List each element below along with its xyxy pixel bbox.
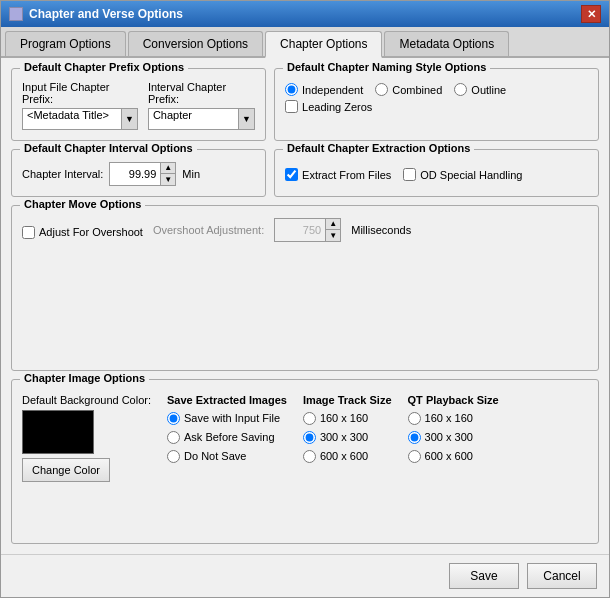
tab-program-options[interactable]: Program Options <box>5 31 126 56</box>
qt-160-input[interactable] <box>408 412 421 425</box>
track-600-input[interactable] <box>303 450 316 463</box>
window-title: Chapter and Verse Options <box>29 7 183 21</box>
track-160-label: 160 x 160 <box>320 412 368 424</box>
qt-600-label: 600 x 600 <box>425 450 473 462</box>
qt-600-input[interactable] <box>408 450 421 463</box>
interval-prefix-combo[interactable]: Chapter ▼ <box>148 108 255 130</box>
overshoot-spin-up[interactable]: ▲ <box>326 219 340 230</box>
adjust-overshoot-checkbox[interactable] <box>22 226 35 239</box>
move-row: Adjust For Overshoot Overshoot Adjustmen… <box>22 218 588 242</box>
input-prefix-col: Input File Chapter Prefix: <Metadata Tit… <box>22 81 138 130</box>
interval-input[interactable]: 99.99 <box>110 163 160 185</box>
extraction-group: Default Chapter Extraction Options Extra… <box>274 149 599 197</box>
track-300-radio[interactable]: 300 x 300 <box>303 431 392 444</box>
leading-zeros-row: Leading Zeros <box>285 100 588 113</box>
qt-300-radio[interactable]: 300 x 300 <box>408 431 499 444</box>
qt-title: QT Playback Size <box>408 394 499 406</box>
leading-zeros-checkbox[interactable] <box>285 100 298 113</box>
qt-300-input[interactable] <box>408 431 421 444</box>
interval-input-container: 99.99 ▲ ▼ <box>109 162 176 186</box>
prefix-group: Default Chapter Prefix Options Input Fil… <box>11 68 266 141</box>
ms-label: Milliseconds <box>351 224 411 236</box>
adjust-overshoot-label[interactable]: Adjust For Overshoot <box>22 226 143 239</box>
qt-300-label: 300 x 300 <box>425 431 473 443</box>
chapter-arrow[interactable]: ▼ <box>238 109 254 129</box>
prefix-row: Input File Chapter Prefix: <Metadata Tit… <box>22 81 255 130</box>
close-button[interactable]: ✕ <box>581 5 601 23</box>
naming-radio-row: Independent Combined Outline <box>285 83 588 96</box>
color-swatch <box>22 410 94 454</box>
move-group-title: Chapter Move Options <box>20 198 145 210</box>
prefix-group-title: Default Chapter Prefix Options <box>20 61 188 73</box>
cancel-button[interactable]: Cancel <box>527 563 597 589</box>
ask-before-saving-input[interactable] <box>167 431 180 444</box>
tab-conversion-options[interactable]: Conversion Options <box>128 31 263 56</box>
save-with-input-input[interactable] <box>167 412 180 425</box>
interval-group-title: Default Chapter Interval Options <box>20 142 197 154</box>
extract-files-text: Extract From Files <box>302 169 391 181</box>
ask-before-saving-radio[interactable]: Ask Before Saving <box>167 431 287 444</box>
interval-spin-up[interactable]: ▲ <box>161 163 175 174</box>
radio-outline-label: Outline <box>471 84 506 96</box>
change-color-button[interactable]: Change Color <box>22 458 110 482</box>
radio-independent-input[interactable] <box>285 83 298 96</box>
radio-combined[interactable]: Combined <box>375 83 442 96</box>
overshoot-spin-down[interactable]: ▼ <box>326 230 340 241</box>
od-handling-checkbox[interactable] <box>403 168 416 181</box>
metadata-title-arrow[interactable]: ▼ <box>121 109 137 129</box>
track-300-label: 300 x 300 <box>320 431 368 443</box>
save-with-input-radio[interactable]: Save with Input File <box>167 412 287 425</box>
do-not-save-radio[interactable]: Do Not Save <box>167 450 287 463</box>
extract-files-checkbox[interactable] <box>285 168 298 181</box>
ask-before-saving-label: Ask Before Saving <box>184 431 275 443</box>
save-with-input-label: Save with Input File <box>184 412 280 424</box>
top-row: Default Chapter Prefix Options Input Fil… <box>11 68 599 141</box>
image-group-title: Chapter Image Options <box>20 372 149 384</box>
app-icon <box>9 7 23 21</box>
qt-160-radio[interactable]: 160 x 160 <box>408 412 499 425</box>
radio-outline[interactable]: Outline <box>454 83 506 96</box>
bg-color-section: Default Background Color: Change Color <box>22 394 151 482</box>
tab-chapter-options[interactable]: Chapter Options <box>265 31 382 58</box>
leading-zeros-label: Leading Zeros <box>302 101 372 113</box>
radio-combined-input[interactable] <box>375 83 388 96</box>
track-300-input[interactable] <box>303 431 316 444</box>
od-handling-text: OD Special Handling <box>420 169 522 181</box>
radio-combined-label: Combined <box>392 84 442 96</box>
extraction-options-row: Extract From Files OD Special Handling <box>285 164 588 181</box>
track-title: Image Track Size <box>303 394 392 406</box>
overshoot-input-container: 750 ▲ ▼ <box>274 218 341 242</box>
track-160-input[interactable] <box>303 412 316 425</box>
interval-spin-down[interactable]: ▼ <box>161 174 175 185</box>
qt-600-radio[interactable]: 600 x 600 <box>408 450 499 463</box>
chapter-value: Chapter <box>149 109 238 129</box>
footer: Save Cancel <box>1 554 609 597</box>
qt-160-label: 160 x 160 <box>425 412 473 424</box>
track-160-radio[interactable]: 160 x 160 <box>303 412 392 425</box>
od-handling-label[interactable]: OD Special Handling <box>403 168 522 181</box>
interval-spin-btns: ▲ ▼ <box>160 163 175 185</box>
radio-independent[interactable]: Independent <box>285 83 363 96</box>
overshoot-spin-btns: ▲ ▼ <box>325 219 340 241</box>
middle-row: Default Chapter Interval Options Chapter… <box>11 149 599 197</box>
input-prefix-label: Input File Chapter Prefix: <box>22 81 138 105</box>
track-600-radio[interactable]: 600 x 600 <box>303 450 392 463</box>
title-bar: Chapter and Verse Options ✕ <box>1 1 609 27</box>
interval-prefix-label: Interval Chapter Prefix: <box>148 81 255 105</box>
tab-metadata-options[interactable]: Metadata Options <box>384 31 509 56</box>
tab-bar: Program Options Conversion Options Chapt… <box>1 27 609 58</box>
save-button[interactable]: Save <box>449 563 519 589</box>
extraction-group-title: Default Chapter Extraction Options <box>283 142 474 154</box>
do-not-save-input[interactable] <box>167 450 180 463</box>
extract-files-label[interactable]: Extract From Files <box>285 168 391 181</box>
radio-outline-input[interactable] <box>454 83 467 96</box>
track-600-label: 600 x 600 <box>320 450 368 462</box>
tab-content: Default Chapter Prefix Options Input Fil… <box>1 58 609 554</box>
title-bar-left: Chapter and Verse Options <box>9 7 183 21</box>
overshoot-adj-label: Overshoot Adjustment: <box>153 224 264 236</box>
overshoot-input[interactable]: 750 <box>275 219 325 241</box>
interval-label: Chapter Interval: <box>22 168 103 180</box>
input-prefix-combo[interactable]: <Metadata Title> ▼ <box>22 108 138 130</box>
interval-row: Chapter Interval: 99.99 ▲ ▼ Min <box>22 162 255 186</box>
interval-prefix-col: Interval Chapter Prefix: Chapter ▼ <box>148 81 255 130</box>
